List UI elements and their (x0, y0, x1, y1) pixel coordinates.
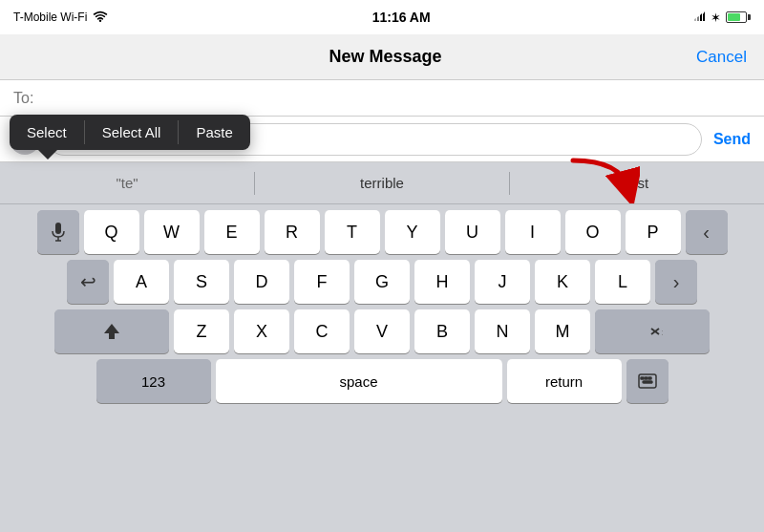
status-left: T-Mobile Wi-Fi (13, 11, 108, 25)
context-select[interactable]: Select (10, 115, 84, 150)
carrier-label: T-Mobile Wi-Fi (13, 11, 87, 24)
red-arrow (563, 156, 640, 203)
keyboard-row-2: ↩ A S D F G H J K L › (4, 260, 760, 304)
svg-rect-10 (55, 223, 61, 234)
key-f[interactable]: F (294, 260, 350, 304)
keyboard-row-1: Q W E R T Y U I O P ‹ (4, 210, 760, 254)
key-p[interactable]: P (626, 210, 681, 254)
key-s[interactable]: S (174, 260, 229, 304)
context-paste[interactable]: Paste (179, 115, 249, 150)
space-key[interactable]: space (216, 359, 502, 403)
key-k[interactable]: K (535, 260, 590, 304)
key-j[interactable]: J (475, 260, 530, 304)
shift-key[interactable] (54, 309, 169, 353)
svg-marker-2 (700, 13, 702, 21)
key-i[interactable]: I (505, 210, 561, 254)
key-b[interactable]: B (414, 309, 470, 353)
svg-text:x: x (662, 328, 663, 337)
key-o[interactable]: O (565, 210, 621, 254)
delete-key[interactable]: x (595, 309, 710, 353)
mic-key[interactable] (37, 210, 79, 254)
svg-marker-1 (703, 11, 705, 21)
cancel-button[interactable]: Cancel (696, 48, 747, 67)
to-label: To: (13, 90, 33, 107)
svg-marker-3 (697, 16, 699, 21)
signal-icon (694, 11, 706, 25)
context-menu: Select Select All Paste (10, 115, 250, 150)
svg-rect-18 (641, 377, 644, 379)
battery-icon (726, 11, 751, 23)
key-u[interactable]: U (445, 210, 500, 254)
key-z[interactable]: Z (174, 309, 229, 353)
svg-marker-4 (694, 18, 696, 21)
status-time: 11:16 AM (372, 10, 431, 25)
chevron-left-key[interactable]: ‹ (686, 210, 728, 254)
key-m[interactable]: M (535, 309, 590, 353)
key-h[interactable]: H (414, 260, 470, 304)
autocomplete-item-0[interactable]: "te" (0, 162, 254, 203)
key-v[interactable]: V (354, 309, 410, 353)
key-r[interactable]: R (265, 210, 320, 254)
key-l[interactable]: L (595, 260, 650, 304)
to-row: To: (0, 80, 764, 117)
status-right: ✶ (694, 11, 751, 25)
keyboard-row-3: Z X C V B N M x (4, 309, 760, 353)
to-input[interactable] (39, 90, 751, 107)
keyboard-bottom-row: 123 space return (4, 359, 760, 403)
numbers-key[interactable]: 123 (96, 359, 211, 403)
key-a[interactable]: A (114, 260, 169, 304)
key-d[interactable]: D (234, 260, 289, 304)
key-c[interactable]: C (294, 309, 350, 353)
undo-key[interactable]: ↩ (67, 260, 109, 304)
key-e[interactable]: E (204, 210, 260, 254)
send-button[interactable]: Send (710, 131, 754, 148)
key-x[interactable]: X (234, 309, 289, 353)
svg-rect-20 (648, 377, 651, 379)
keyboard: Q W E R T Y U I O P ‹ ↩ A S D F G H J K … (0, 204, 764, 411)
svg-marker-13 (104, 324, 119, 339)
return-key[interactable]: return (507, 359, 622, 403)
autocomplete-item-1[interactable]: terrible (255, 162, 509, 203)
key-t[interactable]: T (325, 210, 380, 254)
key-q[interactable]: Q (84, 210, 139, 254)
chevron-right-key[interactable]: › (655, 260, 697, 304)
wifi-icon (93, 11, 108, 25)
svg-rect-19 (645, 377, 647, 379)
keyboard-toggle-key[interactable] (626, 359, 668, 403)
status-bar: T-Mobile Wi-Fi 11:16 AM ✶ (0, 0, 764, 34)
page-title: New Message (329, 47, 442, 67)
bluetooth-icon: ✶ (711, 11, 721, 25)
key-n[interactable]: N (475, 309, 530, 353)
svg-rect-21 (643, 381, 652, 383)
key-g[interactable]: G (354, 260, 410, 304)
svg-point-0 (99, 19, 101, 21)
context-select-all[interactable]: Select All (85, 115, 179, 150)
nav-bar: New Message Cancel (0, 34, 764, 80)
key-w[interactable]: W (144, 210, 200, 254)
key-y[interactable]: Y (385, 210, 440, 254)
autocomplete-bar: "te" terrible test (0, 162, 764, 204)
